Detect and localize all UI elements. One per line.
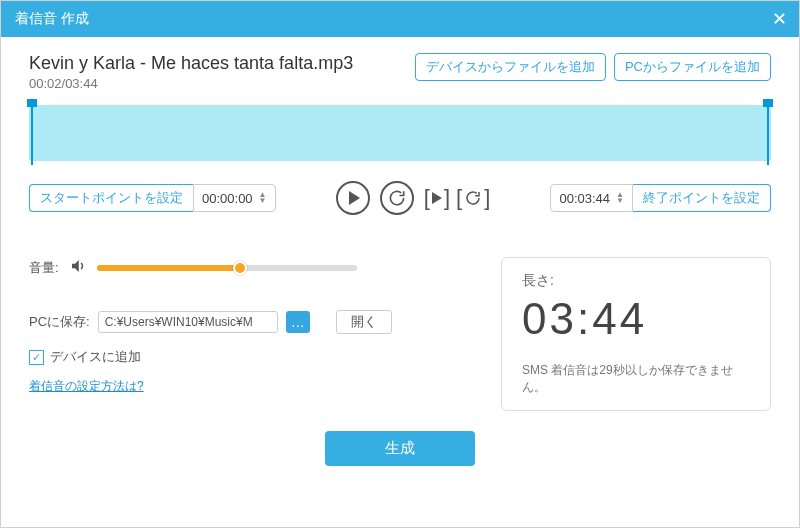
play-icon <box>349 191 360 205</box>
play-range-icon[interactable] <box>432 192 442 204</box>
play-button[interactable] <box>336 181 370 215</box>
reset-button[interactable] <box>380 181 414 215</box>
save-label: PCに保存: <box>29 313 90 331</box>
add-from-device-button[interactable]: デバイスからファイルを追加 <box>415 53 606 81</box>
start-time-field[interactable]: 00:00:00 ▲▼ <box>193 184 276 212</box>
length-note: SMS 着信音は29秒以しか保存できません。 <box>522 362 750 396</box>
end-time-field[interactable]: 00:03:44 ▲▼ <box>550 184 633 212</box>
help-link[interactable]: 着信音の設定方法は? <box>29 379 144 393</box>
end-time-value: 00:03:44 <box>559 191 610 206</box>
browse-button[interactable]: … <box>286 311 310 333</box>
bracket-close2-icon: ] <box>484 185 490 211</box>
open-button[interactable]: 開く <box>336 310 392 334</box>
speaker-icon[interactable] <box>69 257 87 278</box>
bracket-close-icon: ] <box>444 185 450 211</box>
close-icon[interactable]: ✕ <box>772 8 787 30</box>
set-end-point-button[interactable]: 終了ポイントを設定 <box>633 184 771 212</box>
refresh-icon <box>387 188 407 208</box>
length-value: 03:44 <box>522 294 750 344</box>
waveform[interactable] <box>29 105 771 161</box>
bracket-open-icon: [ <box>424 185 430 211</box>
spinner-icon[interactable]: ▲▼ <box>616 192 624 204</box>
volume-slider[interactable] <box>97 265 357 271</box>
add-to-device-checkbox[interactable]: ✓ <box>29 350 44 365</box>
bracket-open2-icon: [ <box>456 185 462 211</box>
loop-icon[interactable] <box>464 189 482 207</box>
titlebar: 着信音 作成 ✕ <box>1 1 799 37</box>
length-label: 長さ: <box>522 272 750 290</box>
spinner-icon[interactable]: ▲▼ <box>259 192 267 204</box>
add-from-pc-button[interactable]: PCからファイルを追加 <box>614 53 771 81</box>
window-title: 着信音 作成 <box>15 10 89 28</box>
start-time-value: 00:00:00 <box>202 191 253 206</box>
playback-time: 00:02/03:44 <box>29 76 353 91</box>
end-marker[interactable] <box>763 99 773 107</box>
add-to-device-label: デバイスに追加 <box>50 348 141 366</box>
generate-button[interactable]: 生成 <box>325 431 475 466</box>
length-panel: 長さ: 03:44 SMS 着信音は29秒以しか保存できません。 <box>501 257 771 411</box>
volume-label: 音量: <box>29 259 59 277</box>
set-start-point-button[interactable]: スタートポイントを設定 <box>29 184 193 212</box>
start-marker[interactable] <box>27 99 37 107</box>
file-name: Kevin y Karla - Me haces tanta falta.mp3 <box>29 53 353 74</box>
file-info: Kevin y Karla - Me haces tanta falta.mp3… <box>29 53 353 91</box>
save-path-input[interactable] <box>98 311 278 333</box>
